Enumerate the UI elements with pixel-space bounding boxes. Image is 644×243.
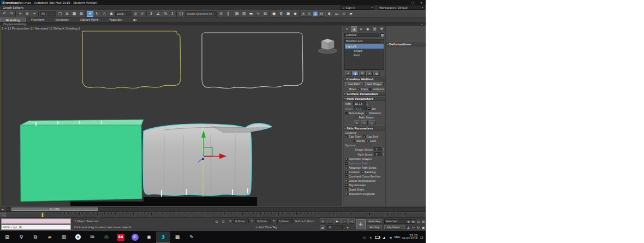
checkbox-option[interactable]: Constant Cross-Section	[343, 174, 385, 179]
checkbox-option[interactable]: Quad Sides	[343, 187, 385, 192]
zoom-extents-all-icon[interactable]: ⊠	[421, 218, 426, 224]
configure-modifier-sets-button[interactable]: ⚙	[373, 71, 380, 76]
stack-item-shape[interactable]: Shape	[345, 49, 384, 53]
add-key-button[interactable]: +	[356, 219, 366, 229]
maxscript-macro-recorder[interactable]	[1, 218, 71, 224]
pan-icon[interactable]: ↔	[411, 224, 416, 230]
task-view-icon[interactable]: ⧉	[28, 232, 43, 242]
viewcube[interactable]	[318, 39, 337, 54]
previous-frame-button[interactable]: ‹	[327, 218, 333, 224]
zoom-icon[interactable]: ⊕	[406, 218, 411, 224]
schematic-view-icon[interactable]: ⊟	[262, 11, 269, 17]
material-override-icon[interactable]: ◐	[326, 11, 333, 17]
y-coord-field[interactable]: 0,0mm	[255, 219, 271, 223]
orbit-icon[interactable]: ↻	[416, 224, 421, 230]
network-icon[interactable]: ◢	[381, 235, 386, 239]
ribbon-tab-selection[interactable]: Selection	[50, 17, 75, 22]
tray-chevron-icon[interactable]: ∧	[368, 235, 373, 239]
named-selection-sets-dropdown[interactable]: Create Selection Se	[185, 11, 216, 16]
play-button[interactable]: ▶	[334, 218, 341, 224]
spinner-arrows[interactable]: ▴▾	[367, 102, 368, 105]
xy-constraint-button[interactable]: XY	[319, 11, 324, 17]
close-button[interactable]: ✕	[417, 0, 426, 5]
selected-loft-object[interactable]	[143, 123, 272, 197]
viber-icon[interactable]: ✆	[128, 232, 142, 242]
radio-option[interactable]: Percentage	[345, 111, 364, 115]
checkbox-option[interactable]: Optimize Path	[343, 161, 385, 165]
viewport-canvas[interactable]	[1, 26, 342, 206]
checkbox-option[interactable]: Linear Interpolation	[343, 179, 385, 183]
make-unique-button[interactable]: ⧉	[359, 71, 366, 76]
align-icon[interactable]: ∥	[225, 11, 231, 17]
iterative-render-icon[interactable]: ◇	[341, 11, 347, 17]
select-object-icon[interactable]: □	[57, 11, 63, 17]
undo-icon[interactable]: ↶	[1, 11, 8, 17]
track-bar[interactable]: ∿ 51015202530354045505560657075808590951…	[0, 212, 426, 217]
menu-item[interactable]: Animation	[0, 0, 26, 5]
maximize-button[interactable]: □	[408, 0, 417, 5]
tab-modify[interactable]: ◪	[351, 26, 357, 32]
set-key-button[interactable]: Set Key	[367, 225, 382, 230]
maxscript-mini-listener[interactable]: MAXScript Mi	[1, 224, 71, 230]
ribbon-tab-freeform[interactable]: Freeform	[26, 17, 50, 22]
object-color-swatch[interactable]	[380, 33, 384, 37]
selection-lock-icon[interactable]: ⚿	[220, 219, 226, 224]
select-and-manipulate-icon[interactable]: ☉	[139, 11, 146, 17]
maximize-viewport-icon[interactable]: ▣	[421, 224, 426, 230]
spinner-arrows[interactable]: ▴▾	[383, 153, 384, 156]
scene-explorer-icon[interactable]: ▤	[234, 11, 240, 17]
checkbox-option[interactable]: Transform Degrade	[343, 192, 385, 196]
bind-to-space-warp-icon[interactable]: ≈	[31, 11, 38, 17]
tab-create[interactable]: +	[344, 26, 350, 32]
rollout-skin-parameters[interactable]: ▾Skin Parameters	[343, 126, 385, 131]
mail-icon[interactable]: ✉	[85, 232, 99, 242]
tab-utilities[interactable]: ⚒	[378, 26, 385, 32]
store-icon[interactable]: ▥	[57, 232, 71, 242]
get-shape-button[interactable]: Get Shape	[365, 82, 384, 86]
minimize-button[interactable]: –	[399, 0, 408, 5]
next-shape-button[interactable]: △	[369, 120, 375, 125]
rendered-frame-icon[interactable]: ▣	[285, 11, 291, 17]
sign-in-button[interactable]: ⚇ Sign In ▾	[341, 5, 374, 10]
tab-motion[interactable]: ◉	[365, 26, 371, 32]
select-and-link-icon[interactable]: ∞	[17, 11, 23, 17]
rollout-path-parameters[interactable]: ▾Path Parameters	[343, 96, 385, 101]
radio-option[interactable]: Move	[345, 87, 356, 91]
key-filters-button[interactable]: Key Filters...	[384, 225, 405, 230]
radio-option[interactable]: Grid	[366, 139, 376, 143]
pin-stack-button[interactable]: ⌖	[345, 71, 351, 76]
object-name-field[interactable]: Loft038	[344, 33, 379, 37]
green-loft-object[interactable]	[20, 120, 144, 201]
battery-icon[interactable]	[375, 236, 380, 239]
select-by-name-icon[interactable]: ≡	[64, 11, 70, 17]
rollout-surface-parameters[interactable]: ▸Surface Parameters	[343, 91, 385, 96]
window-crossing-icon[interactable]: ⊞	[78, 11, 85, 17]
radio-option[interactable]: Instance	[369, 87, 384, 91]
selection-region-icon[interactable]: ▦	[71, 11, 77, 17]
select-and-rotate-icon[interactable]: ↻	[94, 11, 100, 17]
start-button[interactable]: ⊞	[0, 232, 14, 242]
layer-explorer-icon[interactable]: ▥	[241, 11, 247, 17]
get-path-button[interactable]: Get Path	[345, 82, 364, 86]
y-constraint-button[interactable]: Y	[307, 11, 312, 17]
add-time-tag[interactable]: ⊙ Add Time Tag	[255, 226, 277, 229]
z-coord-field[interactable]: 0,0mm	[277, 219, 293, 223]
language-indicator[interactable]: ENG	[395, 235, 401, 239]
mini-curve-editor-button[interactable]: ∿	[1, 213, 6, 217]
radio-option[interactable]: Morph	[353, 139, 365, 143]
select-and-scale-icon[interactable]: △	[101, 11, 108, 17]
checkbox-option[interactable]: Cap Start	[345, 135, 362, 138]
select-and-move-icon[interactable]: +	[87, 11, 93, 17]
time-slider-handle[interactable]: 0 / 100	[11, 208, 98, 211]
photos-icon[interactable]: ▦	[170, 232, 184, 242]
workspaces-dropdown[interactable]: Workspaces: Default ▾	[378, 5, 425, 10]
reference-coordinate-dropdown[interactable]: Local	[115, 11, 132, 16]
use-pivot-center-icon[interactable]: ◎	[132, 11, 139, 17]
isolate-selection-icon[interactable]: ⊙	[214, 219, 219, 224]
go-to-start-button[interactable]: |«	[320, 218, 326, 224]
previous-shape-button[interactable]: ▽	[361, 120, 368, 125]
x-coord-field[interactable]: 0,0mm	[234, 219, 249, 223]
x-constraint-button[interactable]: X	[301, 11, 306, 17]
rollout-creation-method[interactable]: ▾Creation Method	[343, 76, 385, 81]
select-and-place-icon[interactable]: ◉	[108, 11, 115, 17]
